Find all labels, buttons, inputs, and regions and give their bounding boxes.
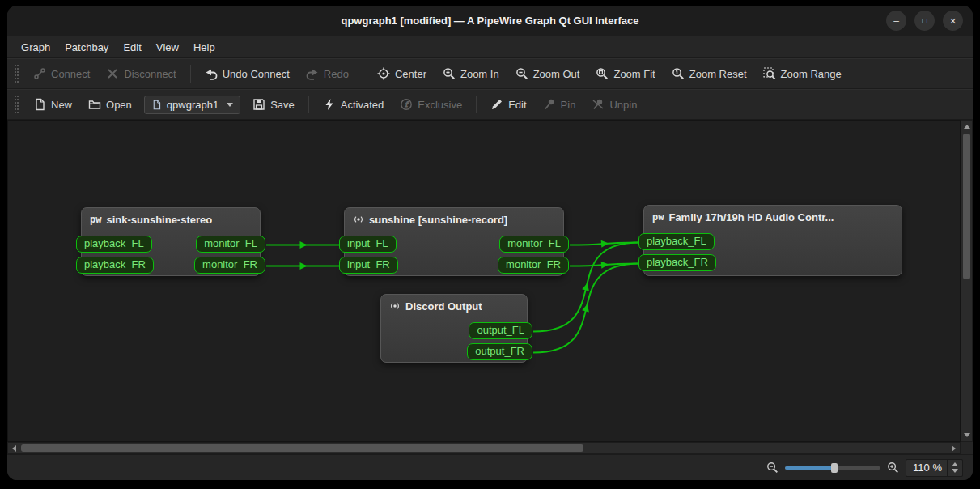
menu-graph-label-rest: raph — [29, 41, 50, 53]
node-title: sunshine [sunshine-record] — [369, 214, 507, 226]
pin-label: Pin — [561, 99, 576, 111]
toolbar-separator — [476, 96, 477, 113]
zoom-spinbox[interactable]: 110 % — [906, 459, 963, 477]
exclusive-icon: f — [400, 98, 413, 111]
scrollbar-corner — [961, 442, 973, 454]
menu-help[interactable]: Help — [186, 36, 223, 57]
toolbar-separator — [308, 96, 309, 113]
edit-toggle[interactable]: Edit — [483, 94, 533, 115]
vertical-scroll-thumb[interactable] — [963, 134, 970, 279]
port-input[interactable]: playback_FR — [76, 257, 154, 274]
new-patchbay-button[interactable]: New — [26, 94, 79, 115]
zoom-reset-label: Zoom Reset — [689, 68, 747, 80]
statusbar-zoom-out-icon[interactable] — [766, 461, 778, 474]
zoom-in-icon — [443, 67, 456, 80]
port-output[interactable]: monitor_FR — [194, 257, 265, 274]
port-output[interactable]: output_FL — [469, 322, 532, 339]
spin-up-icon[interactable] — [952, 462, 958, 466]
port-input[interactable]: playback_FL — [76, 236, 152, 253]
node-sink-sunshine-stereo[interactable]: pw sink-sunshine-stereo playback_FL play… — [81, 207, 261, 276]
menu-edit[interactable]: Edit — [116, 36, 148, 57]
redo-button[interactable]: Redo — [299, 63, 356, 84]
graph-toolbar: Connect Disconnect Undo Connect Redo Cen… — [7, 58, 973, 89]
toolbar-drag-handle[interactable] — [15, 65, 19, 83]
connect-label: Connect — [51, 68, 90, 80]
save-patchbay-button[interactable]: Save — [245, 94, 302, 115]
menu-graph[interactable]: Graph — [14, 36, 57, 57]
node-ports: playback_FL playback_FR monitor_FL monit… — [82, 231, 260, 274]
node-discord-output[interactable]: Discord Output output_FL output_FR — [380, 294, 528, 363]
redo-label: Redo — [324, 68, 349, 80]
vertical-scrollbar[interactable] — [961, 120, 973, 442]
disconnect-button[interactable]: Disconnect — [99, 63, 183, 84]
exclusive-toggle[interactable]: f Exclusive — [392, 94, 469, 115]
patchbay-select[interactable]: qpwgraph1 — [144, 96, 240, 114]
port-output[interactable]: monitor_FL — [499, 236, 569, 253]
close-button[interactable]: × — [943, 11, 963, 31]
pipewire-icon: pw — [90, 214, 101, 225]
center-button[interactable]: Center — [370, 63, 434, 84]
zoom-spin-arrows — [947, 460, 962, 476]
undo-connect-button[interactable]: Undo Connect — [197, 63, 297, 84]
window-title: qpwgraph1 [modified] — A PipeWire Graph … — [341, 15, 638, 27]
new-file-icon — [33, 98, 46, 111]
maximize-button[interactable]: □ — [914, 11, 935, 31]
titlebar[interactable]: qpwgraph1 [modified] — A PipeWire Graph … — [7, 6, 973, 36]
window-controls: – □ × — [886, 6, 963, 36]
zoom-reset-button[interactable]: Zoom Reset — [664, 63, 754, 84]
node-header: sunshine [sunshine-record] — [345, 208, 563, 231]
undo-icon — [205, 67, 218, 80]
disconnect-label: Disconnect — [124, 68, 176, 80]
zoom-out-label: Zoom Out — [533, 68, 580, 80]
menu-help-label-rest: elp — [201, 41, 214, 53]
port-input[interactable]: playback_FR — [638, 254, 716, 271]
horizontal-scroll-thumb[interactable] — [21, 444, 583, 452]
connection-cables — [8, 121, 960, 441]
port-output[interactable]: monitor_FR — [498, 257, 569, 274]
disconnect-icon — [106, 67, 119, 80]
horizontal-scrollbar[interactable] — [7, 442, 961, 454]
node-ports: input_FL input_FR monitor_FL monitor_FR — [345, 231, 563, 274]
patchbay-toolbar: New Open qpwgraph1 Save Activated f Excl… — [7, 89, 973, 120]
zoom-in-button[interactable]: Zoom In — [435, 63, 507, 84]
port-input[interactable]: input_FL — [339, 236, 397, 253]
node-title: Family 17h/19h HD Audio Contr... — [668, 211, 834, 223]
port-input[interactable]: input_FR — [339, 257, 398, 274]
undo-connect-label: Undo Connect — [223, 68, 290, 80]
statusbar-zoom-in-icon[interactable] — [887, 461, 899, 474]
zoom-slider-handle[interactable] — [831, 463, 838, 473]
scroll-right-icon[interactable] — [952, 445, 956, 452]
toolbar-drag-handle[interactable] — [15, 96, 19, 113]
port-input[interactable]: playback_FL — [638, 233, 715, 250]
open-patchbay-button[interactable]: Open — [81, 94, 139, 115]
port-output[interactable]: output_FR — [467, 343, 532, 360]
minimize-button[interactable]: – — [886, 11, 906, 31]
connect-icon — [33, 67, 46, 80]
activated-toggle[interactable]: Activated — [316, 94, 391, 115]
zoom-out-button[interactable]: Zoom Out — [508, 63, 588, 84]
zoom-slider[interactable] — [785, 461, 880, 474]
menu-edit-label: E — [123, 41, 130, 53]
zoom-range-button[interactable]: Zoom Range — [756, 63, 849, 84]
open-folder-icon — [88, 98, 101, 111]
scroll-up-icon[interactable] — [964, 125, 970, 129]
toolbar-separator — [190, 65, 191, 83]
zoom-range-label: Zoom Range — [781, 68, 842, 80]
zoom-fit-button[interactable]: Zoom Fit — [588, 63, 662, 84]
node-sunshine-record[interactable]: sunshine [sunshine-record] input_FL inpu… — [344, 207, 564, 276]
unpin-button[interactable]: Unpin — [584, 94, 644, 115]
port-output[interactable]: monitor_FL — [196, 236, 265, 253]
node-family-hd-audio[interactable]: pw Family 17h/19h HD Audio Contr... play… — [643, 205, 902, 276]
menu-view[interactable]: View — [149, 36, 186, 57]
spin-down-icon[interactable] — [952, 469, 958, 473]
menu-patchbay[interactable]: Patchbay — [57, 36, 116, 57]
scroll-left-icon[interactable] — [12, 445, 16, 452]
scroll-down-icon[interactable] — [964, 433, 970, 437]
exclusive-label: Exclusive — [418, 99, 462, 111]
connect-button[interactable]: Connect — [26, 63, 97, 84]
unpin-label: Unpin — [609, 99, 637, 111]
graph-canvas[interactable]: pw sink-sunshine-stereo playback_FL play… — [7, 120, 961, 442]
zoom-fit-label: Zoom Fit — [613, 68, 655, 80]
pin-button[interactable]: Pin — [536, 94, 583, 115]
zoom-range-icon — [763, 67, 776, 80]
